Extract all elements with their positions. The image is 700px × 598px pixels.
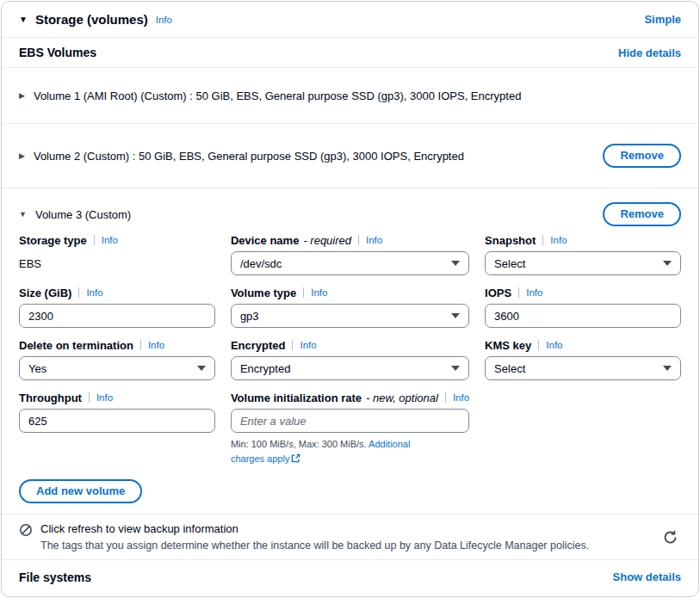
info-link[interactable]: Info <box>102 235 118 245</box>
ebs-volumes-title: EBS Volumes <box>19 46 96 59</box>
add-new-volume-button[interactable]: Add new volume <box>19 479 142 503</box>
size-input[interactable] <box>19 304 215 328</box>
volume-3-header: ▼ Volume 3 (Custom) Remove <box>19 202 681 226</box>
caret-down-icon <box>451 313 460 318</box>
iops-input[interactable] <box>485 304 681 328</box>
constraint-range: Min: 100 MiB/s, Max: 300 MiB/s. <box>231 439 367 449</box>
label-divider <box>292 340 293 350</box>
field-optional-suffix: - new, optional <box>366 391 438 404</box>
caret-down-icon <box>663 261 672 266</box>
stopped-icon <box>19 523 33 537</box>
volume-1-summary: Volume 1 (AMI Root) (Custom) : 50 GiB, E… <box>34 89 521 102</box>
label-divider <box>538 340 539 350</box>
external-link-icon <box>291 453 300 463</box>
storage-volumes-panel: ▼ Storage (volumes) Info Simple EBS Volu… <box>1 1 699 597</box>
volume-3-title: Volume 3 (Custom) <box>35 208 131 221</box>
encrypted-select[interactable]: Encrypted <box>231 356 469 380</box>
label-divider <box>94 235 95 245</box>
info-link[interactable]: Info <box>86 287 102 298</box>
volume-type-field: Volume type Info gp3 <box>231 286 469 328</box>
iops-field: IOPS Info <box>485 286 681 328</box>
throughput-field: Throughput Info <box>19 391 215 433</box>
backup-title: Click refresh to view backup information <box>40 522 589 537</box>
label-divider <box>140 340 141 350</box>
volume-2-summary: Volume 2 (Custom) : 50 GiB, EBS, General… <box>34 150 464 163</box>
show-details-link[interactable]: Show details <box>613 570 681 583</box>
volume-type-value: gp3 <box>240 310 259 323</box>
volume-3-section: ▼ Volume 3 (Custom) Remove Storage type … <box>2 188 698 514</box>
ebs-volumes-header: EBS Volumes Hide details <box>2 38 698 67</box>
info-link[interactable]: Info <box>526 287 542 298</box>
volume-2-row: ▶ Volume 2 (Custom) : 50 GiB, EBS, Gener… <box>2 124 698 188</box>
info-link[interactable]: Info <box>366 235 382 245</box>
caret-right-icon: ▶ <box>19 92 25 100</box>
delete-on-termination-select[interactable]: Yes <box>19 356 215 380</box>
label-divider <box>518 287 519 298</box>
volume-3-expander[interactable]: ▼ Volume 3 (Custom) <box>19 208 131 221</box>
backup-info: Click refresh to view backup information… <box>19 522 589 552</box>
volume-1-row: ▶ Volume 1 (AMI Root) (Custom) : 50 GiB,… <box>2 68 698 123</box>
label-divider <box>303 287 304 298</box>
device-name-select[interactable]: /dev/sdc <box>231 251 469 275</box>
remove-volume-3-button[interactable]: Remove <box>603 202 681 226</box>
field-label: Snapshot <box>485 234 536 247</box>
field-label: Volume type <box>231 287 296 299</box>
info-link[interactable]: Info <box>453 392 469 403</box>
encrypted-value: Encrypted <box>240 362 291 375</box>
caret-down-icon <box>451 366 460 371</box>
field-label: Delete on termination <box>19 339 133 352</box>
label-divider <box>445 392 446 403</box>
info-link[interactable]: Info <box>148 340 164 350</box>
caret-down-icon: ▼ <box>19 15 28 24</box>
kms-key-field: KMS key Info Select <box>485 338 681 380</box>
volume-3-fields-grid: Storage type Info EBS Device name - requ… <box>19 233 681 465</box>
field-label: Device name <box>231 234 300 247</box>
info-link[interactable]: Info <box>550 235 567 245</box>
file-systems-header: File systems Show details <box>2 560 698 596</box>
field-label: Volume initialization rate <box>231 391 362 404</box>
add-volume-row: Add new volume <box>19 479 681 503</box>
storage-type-field: Storage type Info EBS <box>19 233 215 275</box>
snapshot-value: Select <box>494 257 525 270</box>
caret-down-icon <box>197 366 206 371</box>
storage-volumes-expander[interactable]: ▼ Storage (volumes) Info <box>19 12 172 27</box>
snapshot-select[interactable]: Select <box>485 251 681 275</box>
kms-key-select[interactable]: Select <box>485 356 681 380</box>
caret-down-icon <box>663 366 672 371</box>
refresh-button[interactable] <box>660 527 681 548</box>
field-label: Encrypted <box>231 339 286 352</box>
size-field: Size (GiB) Info <box>19 286 215 328</box>
info-link[interactable]: Info <box>311 287 327 298</box>
storage-volumes-header: ▼ Storage (volumes) Info Simple <box>2 2 698 37</box>
caret-right-icon: ▶ <box>19 152 25 160</box>
info-link[interactable]: Info <box>300 340 316 350</box>
section-title: Storage (volumes) <box>35 12 148 27</box>
file-systems-title: File systems <box>19 570 91 584</box>
caret-down-icon <box>451 261 460 266</box>
label-divider <box>89 392 90 403</box>
encrypted-field: Encrypted Info Encrypted <box>231 338 469 380</box>
refresh-icon <box>663 530 678 545</box>
delete-on-termination-field: Delete on termination Info Yes <box>19 338 215 380</box>
device-name-field: Device name - required Info /dev/sdc <box>231 233 469 275</box>
label-divider <box>78 287 79 298</box>
delete-on-termination-value: Yes <box>28 362 46 375</box>
volume-init-rate-input[interactable] <box>231 409 469 433</box>
device-name-value: /dev/sdc <box>240 257 282 270</box>
hide-details-link[interactable]: Hide details <box>618 46 681 59</box>
volume-type-select[interactable]: gp3 <box>231 304 469 328</box>
field-required-suffix: - required <box>303 234 351 247</box>
info-link[interactable]: Info <box>96 392 113 403</box>
field-label: Storage type <box>19 234 87 247</box>
kms-key-value: Select <box>494 362 525 375</box>
simple-link[interactable]: Simple <box>644 13 681 26</box>
storage-info-link[interactable]: Info <box>156 15 172 25</box>
info-link[interactable]: Info <box>546 340 562 350</box>
snapshot-field: Snapshot Info Select <box>485 233 681 275</box>
volume-2-expander[interactable]: ▶ Volume 2 (Custom) : 50 GiB, EBS, Gener… <box>19 150 464 163</box>
field-label: IOPS <box>485 287 511 299</box>
remove-volume-2-button[interactable]: Remove <box>603 144 681 168</box>
throughput-input[interactable] <box>19 409 215 433</box>
volume-1-expander[interactable]: ▶ Volume 1 (AMI Root) (Custom) : 50 GiB,… <box>19 89 521 102</box>
label-divider <box>542 235 543 245</box>
